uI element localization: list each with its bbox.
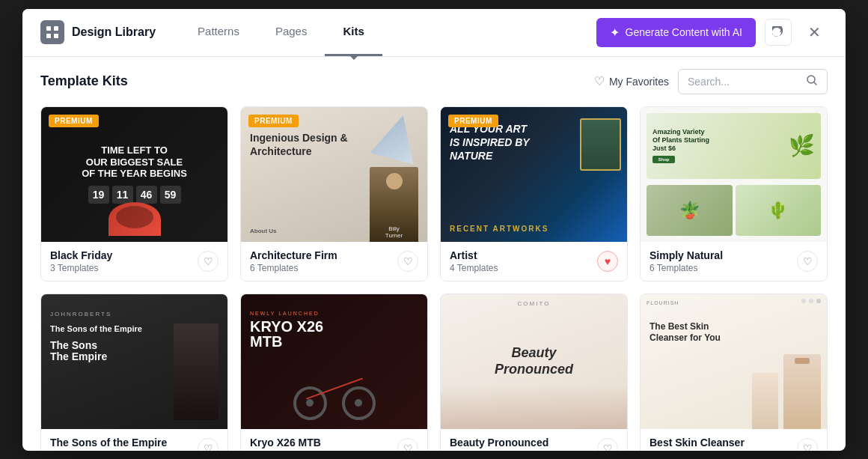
tab-pages[interactable]: Pages (257, 9, 326, 56)
tab-kits[interactable]: Kits (325, 9, 382, 56)
card-image: JohnRoberts The Sons of the Empire The S… (41, 294, 227, 429)
card-image: PREMIUM ALL YOUR ARTIS INSPIRED BYNATURE… (441, 107, 627, 242)
logo-area: Design Library (40, 20, 156, 44)
generate-content-button[interactable]: ✦ Generate Content with AI (596, 18, 756, 47)
star-icon: ✦ (610, 25, 620, 40)
card-count: 6 Templates (650, 263, 723, 273)
logo-text: Design Library (72, 25, 156, 39)
card-count: 3 Templates (50, 263, 112, 273)
search-icon[interactable] (806, 74, 818, 89)
sub-header-right: ♡ My Favorites (594, 69, 828, 94)
premium-badge: PREMIUM (248, 115, 299, 127)
favorite-button[interactable]: ♡ (198, 438, 218, 451)
template-grid: PREMIUM TIME LEFT TOOUR BIGGEST SALEOF T… (40, 106, 828, 451)
section-title: Template Kits (40, 73, 128, 89)
card-info: Artist 4 Templates (450, 249, 498, 273)
card-footer: Architecture Firm 6 Templates ♡ (241, 242, 427, 281)
close-icon: ✕ (808, 23, 821, 41)
svg-rect-3 (54, 34, 58, 38)
design-library-modal: Design Library Patterns Pages Kits ✦ Gen… (22, 9, 846, 451)
card-image: PREMIUM TIME LEFT TOOUR BIGGEST SALEOF T… (41, 107, 227, 242)
premium-badge: PREMIUM (448, 115, 498, 127)
svg-rect-1 (54, 26, 58, 31)
card-footer: Beauty Pronounced 5 Templates ♡ (441, 429, 627, 451)
active-tab-indicator (348, 54, 360, 60)
favorite-button[interactable]: ♡ (397, 438, 418, 451)
favorite-button[interactable]: ♡ (198, 251, 218, 272)
card-name: The Sons of the Empire (50, 437, 167, 449)
card-count: 5 Templates (50, 450, 167, 451)
svg-rect-2 (46, 34, 51, 38)
card-name: Artist (450, 249, 498, 261)
card-footer: Black Friday 3 Templates ♡ (41, 242, 227, 281)
card-count: 5 Templates (450, 450, 548, 451)
refresh-button[interactable] (765, 19, 792, 46)
card-footer: Kryo X26 MTB 4 Templates ♡ (241, 429, 427, 451)
card-image: Flourish The Best SkinCleanser for You (641, 294, 827, 429)
template-card-beauty[interactable]: Comito BeautyPronounced Beauty Pronounce… (440, 294, 628, 451)
card-info: Kryo X26 MTB 4 Templates (250, 437, 321, 451)
template-card-cleanser[interactable]: Flourish The Best SkinCleanser for You B… (640, 294, 828, 451)
card-info: Best Skin Cleanser 4 Templates (650, 437, 745, 451)
my-favorites-button[interactable]: ♡ My Favorites (594, 74, 669, 88)
tab-patterns[interactable]: Patterns (180, 9, 257, 56)
search-box (678, 69, 828, 94)
template-card-artist[interactable]: PREMIUM ALL YOUR ARTIS INSPIRED BYNATURE… (440, 106, 628, 282)
card-image: NEWLY LAUNCHED KRYO X26MTB (241, 294, 427, 429)
header-actions: ✦ Generate Content with AI ✕ (596, 18, 828, 47)
card-name: Beauty Pronounced (450, 437, 548, 449)
card-image: Comito BeautyPronounced (441, 294, 627, 429)
card-info: Architecture Firm 6 Templates (250, 249, 337, 273)
card-name: Black Friday (50, 249, 112, 261)
search-input[interactable] (688, 76, 800, 88)
sub-header: Template Kits ♡ My Favorites (22, 57, 846, 106)
svg-rect-0 (46, 26, 51, 31)
favorite-button[interactable]: ♥ (597, 251, 618, 272)
modal-header: Design Library Patterns Pages Kits ✦ Gen… (22, 9, 846, 57)
countdown: 19 11 46 59 (88, 186, 181, 204)
card-image: PREMIUM Ingenious Design &Architecture B… (241, 107, 427, 242)
card-info: Black Friday 3 Templates (50, 249, 112, 273)
grid-area: PREMIUM TIME LEFT TOOUR BIGGEST SALEOF T… (22, 106, 846, 451)
card-name: Simply Natural (650, 249, 723, 261)
card-name: Best Skin Cleanser (650, 437, 745, 449)
card-info: Beauty Pronounced 5 Templates (450, 437, 548, 451)
card-count: 4 Templates (250, 450, 321, 451)
card-count: 6 Templates (250, 263, 337, 273)
favorite-button[interactable]: ♡ (397, 251, 418, 272)
heart-icon: ♡ (594, 74, 605, 88)
card-info: Simply Natural 6 Templates (650, 249, 723, 273)
template-card-sons-empire[interactable]: JohnRoberts The Sons of the Empire The S… (40, 294, 228, 451)
card-image: Amazing VarietyOf Plants StartingJust $6… (641, 107, 827, 242)
template-card-kryo-mtb[interactable]: NEWLY LAUNCHED KRYO X26MTB (240, 294, 428, 451)
card-name: Architecture Firm (250, 249, 337, 261)
card-footer: Artist 4 Templates ♥ (441, 242, 627, 281)
svg-line-5 (814, 82, 816, 85)
card-count: 4 Templates (450, 263, 498, 273)
close-button[interactable]: ✕ (801, 19, 828, 46)
favorite-button[interactable]: ♡ (597, 438, 618, 451)
favorite-button[interactable]: ♡ (797, 251, 818, 272)
template-card-architecture-firm[interactable]: PREMIUM Ingenious Design &Architecture B… (240, 106, 428, 282)
card-footer: Best Skin Cleanser 4 Templates ♡ (641, 429, 827, 451)
premium-badge: PREMIUM (49, 115, 99, 127)
card-info: The Sons of the Empire 5 Templates (50, 437, 167, 451)
logo-icon (40, 20, 64, 44)
card-footer: The Sons of the Empire 5 Templates ♡ (41, 429, 227, 451)
nav-tabs: Patterns Pages Kits (180, 9, 596, 56)
template-card-black-friday[interactable]: PREMIUM TIME LEFT TOOUR BIGGEST SALEOF T… (40, 106, 228, 282)
card-footer: Simply Natural 6 Templates ♡ (641, 242, 827, 281)
card-name: Kryo X26 MTB (250, 437, 321, 449)
refresh-icon (772, 26, 784, 38)
template-card-simply-natural[interactable]: Amazing VarietyOf Plants StartingJust $6… (640, 106, 828, 282)
favorite-button[interactable]: ♡ (797, 438, 818, 451)
card-count: 4 Templates (650, 450, 745, 451)
